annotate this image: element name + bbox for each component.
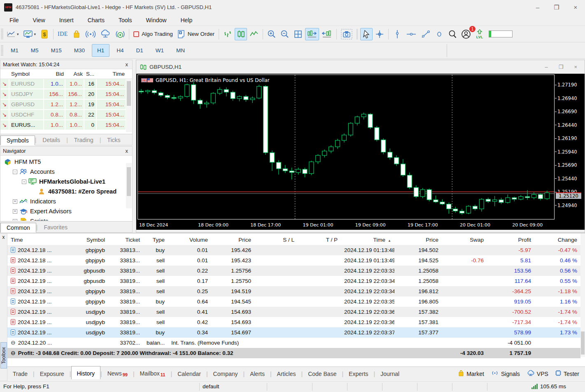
candles-chart[interactable]: [138, 75, 554, 219]
ellipse-button[interactable]: [433, 28, 445, 40]
timeframe-h4[interactable]: H4: [111, 44, 129, 57]
column-ask[interactable]: Ask: [65, 71, 84, 77]
tree-expander-icon[interactable]: -: [13, 170, 17, 174]
navigator-item-scripts[interactable]: +Scripts: [0, 216, 132, 221]
tab-trade[interactable]: Trade: [7, 368, 33, 380]
chart-area[interactable]: GBPUSD, H1: Great Britain Pound vs US Do…: [136, 74, 585, 230]
column-tp[interactable]: T / P: [298, 235, 341, 245]
menu-item-tools[interactable]: Tools: [112, 15, 139, 25]
horizontal-line-button[interactable]: [404, 28, 418, 40]
column-time[interactable]: Time: [7, 235, 69, 245]
column-symbol[interactable]: Symbol: [69, 235, 108, 245]
bars-chart-button[interactable]: [221, 28, 234, 40]
column-change-2[interactable]: Change: [534, 235, 580, 245]
menu-item-charts[interactable]: Charts: [81, 15, 112, 25]
vps-button[interactable]: VPS: [527, 370, 548, 378]
cursor-button[interactable]: [360, 28, 373, 40]
navigator-item-expert-advisors[interactable]: +Expert Advisors: [0, 206, 132, 216]
timeframe-grip[interactable]: [1, 45, 3, 56]
table-row[interactable]: 2024.12.18 ...gbpjpyb33813...buy0.01195.…: [7, 245, 580, 255]
tab-articles[interactable]: Articles: [272, 368, 301, 380]
currency-button[interactable]: $: [38, 28, 51, 40]
tab-details[interactable]: Details: [36, 135, 66, 145]
column-spread[interactable]: S...: [84, 71, 97, 77]
market-watch-row[interactable]: ↘USDJPY156...156...2015:04...: [0, 89, 132, 100]
tab-mailbox[interactable]: Mailbox11: [135, 368, 171, 380]
trendline-button[interactable]: [419, 28, 432, 40]
tree-expander-icon[interactable]: +: [13, 199, 17, 204]
tab-history[interactable]: History: [71, 366, 101, 379]
chart-shift-button[interactable]: [320, 28, 334, 40]
timeframe-m5[interactable]: M5: [26, 44, 44, 57]
table-row[interactable]: 2024.12.19 ...usdjpyb33819...buy0.34154.…: [7, 327, 580, 338]
tab-symbols[interactable]: Symbols: [0, 135, 35, 145]
tab-code-base[interactable]: Code Base: [303, 368, 342, 380]
chart-plot[interactable]: GBPUSD, H1: Great Britain Pound vs US Do…: [138, 75, 555, 219]
screenshot-button[interactable]: [339, 28, 354, 40]
navigator-scrollbar[interactable]: [126, 163, 132, 208]
navigator-item-indicators[interactable]: +Indicators: [0, 196, 132, 206]
tab-journal[interactable]: Journal: [375, 368, 405, 380]
menu-item-help[interactable]: Help: [173, 15, 199, 25]
algo-trading-button[interactable]: Algo Trading: [132, 28, 175, 40]
balance-row[interactable]: ⊖2024.12.20 ...33702...balan...Int. Tran…: [7, 338, 580, 348]
column-bid[interactable]: Bid: [44, 71, 65, 77]
candlestick-chart-button[interactable]: [235, 28, 247, 40]
column-symbol[interactable]: Symbol: [9, 71, 44, 77]
column-ticket[interactable]: Ticket: [108, 235, 143, 245]
vertical-line-button[interactable]: [391, 28, 403, 40]
close-icon[interactable]: x: [124, 148, 130, 154]
toolbar-grip[interactable]: [1, 29, 3, 40]
toolbox-scrollbar[interactable]: [580, 233, 585, 357]
tab-exposure[interactable]: Exposure: [35, 368, 70, 380]
timeframe-h1[interactable]: H1: [92, 44, 110, 57]
column-sl[interactable]: S / L: [254, 235, 298, 245]
ide-button[interactable]: IDE: [56, 28, 70, 40]
crosshair-button[interactable]: [373, 28, 386, 40]
close-icon[interactable]: x: [124, 61, 130, 68]
column-volume[interactable]: Volume: [168, 235, 211, 245]
column-profit-2[interactable]: Profit: [487, 235, 534, 245]
tile-windows-button[interactable]: [292, 28, 304, 40]
table-row[interactable]: 2024.12.19 ...usdjpyb33819...sell0.42154…: [7, 317, 580, 327]
market-button[interactable]: Market: [458, 370, 484, 378]
navigator-item-accounts[interactable]: -Accounts: [0, 167, 132, 177]
timeframe-mn[interactable]: MN: [171, 44, 190, 57]
auto-scroll-button[interactable]: [305, 28, 319, 40]
add-signal-button[interactable]: [113, 28, 126, 40]
signals-button[interactable]: Signals: [491, 370, 520, 377]
tab-favorites[interactable]: Favorites: [37, 222, 74, 232]
vps-button[interactable]: [98, 28, 112, 40]
market-button[interactable]: [70, 28, 83, 40]
chart-maximize-button[interactable]: ❒: [559, 64, 564, 70]
table-row[interactable]: 2024.12.19 ...gbpjpyb33819...buy0.64194.…: [7, 296, 580, 307]
column-price-2[interactable]: Price: [394, 235, 442, 245]
column-price[interactable]: Price: [211, 235, 254, 245]
line-chart-button[interactable]: [248, 28, 260, 40]
zoom-in-button[interactable]: [266, 28, 278, 40]
date-axis[interactable]: 18 Dec 202418 Dec 09:0018 Dec 17:0019 De…: [138, 220, 585, 229]
market-watch-row[interactable]: ↘EURUSD1.0...1.0...1615:04...: [0, 79, 132, 89]
menu-item-insert[interactable]: Insert: [52, 15, 81, 25]
market-watch-row[interactable]: ↘USDCHF0.8...0.8...2215:04...: [0, 110, 132, 120]
column-swap-2[interactable]: Swap: [442, 235, 487, 245]
navigator-item-46375081-zero-spread[interactable]: 46375081: #Zero Spread: [0, 187, 132, 196]
tree-expander-icon[interactable]: +: [13, 209, 17, 214]
close-icon[interactable]: x: [0, 233, 7, 240]
navigator-item-hfm-mt5[interactable]: HFM MT5: [0, 157, 132, 167]
market-watch-row[interactable]: ↘GBPUSD1.2...1.2...1915:04...: [0, 100, 132, 110]
column-time-2[interactable]: Time▲: [341, 235, 394, 245]
chart-type-button[interactable]: ▾: [5, 28, 21, 40]
close-button[interactable]: ×: [566, 0, 585, 14]
chart-minimize-button[interactable]: –: [545, 64, 548, 70]
timeframe-m30[interactable]: M30: [69, 44, 90, 57]
community-button[interactable]: 1: [459, 28, 473, 40]
menu-item-view[interactable]: View: [26, 15, 52, 25]
timeframe-m15[interactable]: M15: [46, 44, 67, 57]
column-type[interactable]: Type: [143, 235, 168, 245]
tester-button[interactable]: Tester: [555, 370, 579, 378]
table-row[interactable]: 2024.12.19 ...usdjpyb33819...sell0.41154…: [7, 307, 580, 317]
maximize-button[interactable]: ❒: [547, 0, 566, 14]
tab-news[interactable]: News99: [102, 368, 133, 380]
tree-expander-icon[interactable]: -: [22, 180, 26, 184]
